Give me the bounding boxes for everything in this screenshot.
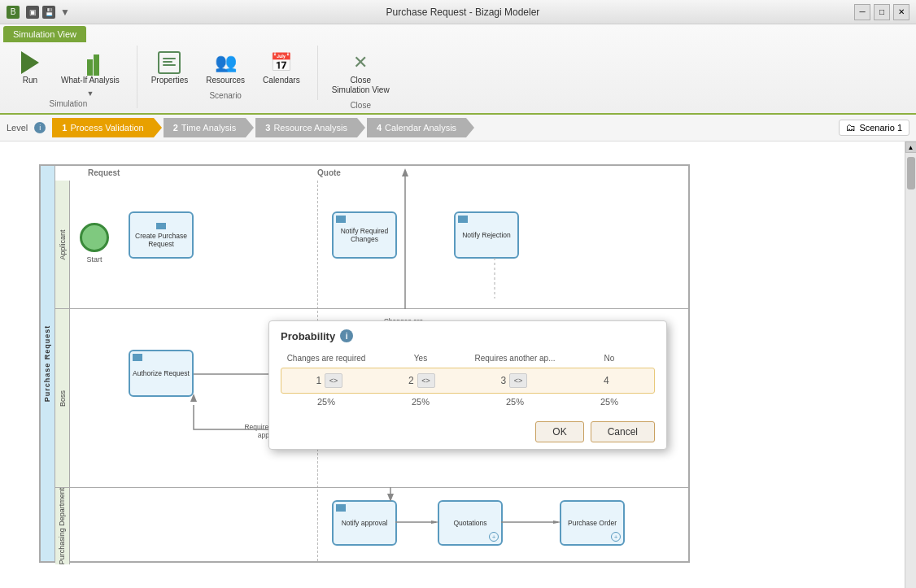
lane-purchasing-label: Purchasing Department — [59, 488, 67, 565]
lane-applicant: Applicant Start Create Purchase Request — [55, 181, 688, 309]
run-label: Run — [23, 76, 37, 85]
level-info-icon[interactable]: i — [34, 122, 46, 133]
prob-cell-3: 3 <> — [469, 373, 559, 388]
ok-button[interactable]: OK — [535, 421, 583, 442]
close-group-label: Close — [350, 101, 371, 110]
step-2[interactable]: 2 Time Analysis — [164, 118, 246, 137]
prob-col-1: Changes are required — [281, 352, 372, 364]
step-3-label: Resource Analysis — [273, 123, 347, 133]
minimize-button[interactable]: ─ — [854, 4, 870, 20]
run-icon — [17, 50, 43, 76]
step-3[interactable]: 3 Resource Analysis — [255, 118, 357, 137]
quotations-task[interactable]: + Quotations — [438, 500, 503, 546]
level-bar: Level i 1 Process Validation 2 Time Anal… — [0, 115, 916, 142]
start-event[interactable] — [80, 223, 109, 252]
close-button[interactable]: ✕ — [893, 4, 909, 20]
calendars-button[interactable]: 📅 Calendars — [255, 46, 308, 89]
simulation-view-tab[interactable]: Simulation View — [3, 26, 86, 42]
prob-cell-2: 2 <> — [377, 373, 467, 388]
modal-footer: OK Cancel — [269, 415, 666, 449]
notify-rejection-task[interactable]: Notify Rejection — [454, 211, 519, 259]
notify-approval-task[interactable]: Notify approval — [332, 500, 397, 546]
notify-to-quotations-arrow — [395, 520, 443, 524]
canvas-container[interactable]: Purchase Request Request Quote Applicant — [0, 142, 905, 588]
process-canvas: Purchase Request Request Quote Applicant — [0, 142, 905, 588]
step-3-num: 3 — [265, 123, 270, 133]
prob-edit-btn-2[interactable]: <> — [417, 373, 435, 388]
prob-edit-btn-3[interactable]: <> — [509, 373, 527, 388]
pool-header: Purchase Request — [41, 166, 55, 561]
prob-pct-2: 25% — [375, 397, 466, 407]
quotations-plus-icon: + — [489, 532, 499, 542]
section-request: Request — [55, 168, 120, 177]
prob-cell-4: 4 — [562, 373, 652, 388]
step-1-num: 1 — [62, 123, 67, 133]
section-quote: Quote — [317, 168, 341, 177]
probability-dialog: Probability i Changes are required Yes R… — [268, 320, 667, 450]
scroll-track[interactable] — [905, 153, 916, 588]
toolbar-icon1: ▣ — [26, 6, 39, 19]
bar2 — [87, 59, 93, 76]
scenario-label: Scenario 1 — [859, 123, 902, 133]
cancel-button[interactable]: Cancel — [591, 421, 655, 442]
svg-marker-20 — [431, 520, 439, 524]
run-button[interactable]: Run — [10, 46, 50, 89]
prob-val-2: 2 — [408, 375, 414, 386]
auth-icon — [133, 354, 142, 361]
lane-purchasing-header: Purchasing Department — [55, 488, 70, 564]
scenario-group-label: Scenario — [209, 91, 241, 100]
step-1-label: Process Validation — [70, 123, 143, 133]
prob-val-4: 4 — [604, 375, 609, 386]
maximize-button[interactable]: □ — [874, 4, 890, 20]
scenario-icon: 🗂 — [846, 122, 856, 133]
level-steps: 1 Process Validation 2 Time Analysis 3 R… — [52, 118, 468, 137]
scroll-thumb[interactable] — [907, 157, 915, 189]
simulation-group: Run What-If Analysis ▼ Simulation — [7, 46, 137, 108]
authorize-label: Authorize Request — [133, 369, 190, 377]
step-4-num: 4 — [377, 123, 382, 133]
resources-button[interactable]: 👥 Resources — [198, 46, 252, 89]
close-simulation-button[interactable]: ✕ CloseSimulation View — [325, 46, 397, 99]
calendars-icon: 📅 — [268, 50, 294, 76]
lane-applicant-header: Applicant — [55, 181, 70, 308]
quotations-label: Quotations — [453, 519, 486, 527]
prob-col-2: Yes — [375, 352, 466, 364]
scenario-group: Properties 👥 Resources 📅 Calendars Scena… — [141, 46, 318, 100]
svg-marker-22 — [553, 520, 561, 524]
window-title: Purchase Request - Bizagi Modeler — [72, 7, 854, 18]
step-2-num: 2 — [173, 123, 178, 133]
modal-body: Changes are required Yes Requires anothe… — [269, 347, 666, 415]
authorize-request-task[interactable]: Authorize Request — [129, 350, 194, 397]
step-4[interactable]: 4 Calendar Analysis — [367, 118, 466, 137]
notify-required-task[interactable]: Notify Required Changes — [332, 211, 397, 259]
prob-percent-row: 25% 25% 25% 25% — [281, 397, 655, 407]
step-1[interactable]: 1 Process Validation — [52, 118, 153, 137]
prob-val-1: 1 — [316, 375, 321, 386]
level-label: Level — [7, 123, 28, 133]
quotations-to-order-arrow — [501, 520, 565, 524]
bar3 — [94, 54, 99, 76]
properties-button[interactable]: Properties — [144, 46, 196, 89]
whatif-dropdown[interactable]: ▼ — [86, 89, 94, 98]
vertical-scrollbar[interactable]: ▲ ▼ — [905, 142, 916, 588]
prob-edit-btn-1[interactable]: <> — [325, 373, 342, 388]
toolbar-icon2: 💾 — [42, 6, 55, 19]
prob-cell-1: 1 <> — [285, 373, 374, 388]
resources-icon: 👥 — [212, 50, 238, 76]
close-sim-icon: ✕ — [347, 50, 373, 76]
prob-pct-3: 25% — [469, 397, 561, 407]
whatif-label: What-If Analysis — [61, 76, 120, 85]
close-group: ✕ CloseSimulation View Close — [321, 46, 407, 110]
task-user-icon — [156, 223, 166, 229]
create-purchase-task[interactable]: Create Purchase Request — [129, 211, 194, 259]
prob-header: Changes are required Yes Requires anothe… — [281, 352, 655, 364]
scroll-up-button[interactable]: ▲ — [905, 142, 917, 153]
notify-rejection-label: Notify Rejection — [462, 231, 511, 239]
whatif-button[interactable]: What-If Analysis — [54, 46, 127, 89]
step-4-label: Calendar Analysis — [385, 123, 456, 133]
lane-boss-label: Boss — [59, 390, 67, 406]
toolbar-dropdown[interactable]: ▼ — [59, 6, 72, 19]
purchase-order-task[interactable]: + Purchase Order — [560, 500, 625, 546]
calendars-label: Calendars — [263, 76, 300, 85]
rejection-conn — [486, 258, 503, 298]
